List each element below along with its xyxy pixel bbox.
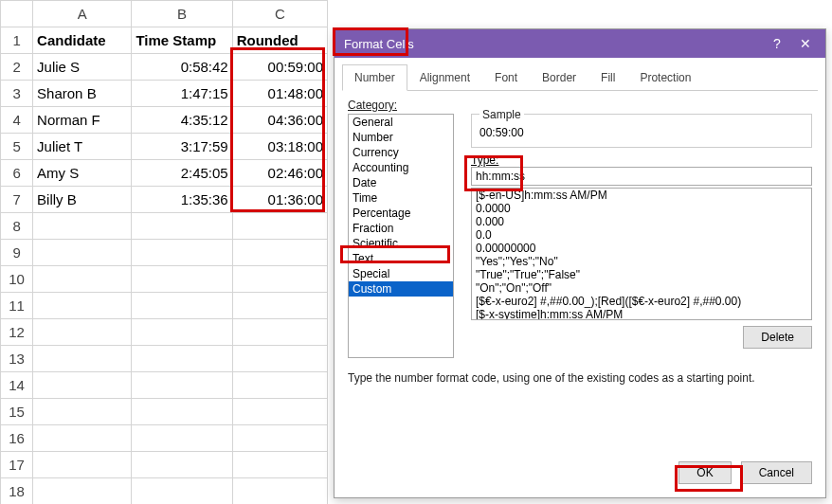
- category-fraction[interactable]: Fraction: [349, 221, 453, 236]
- cell-c2[interactable]: 00:59:00: [232, 54, 327, 81]
- category-text[interactable]: Text: [349, 251, 453, 266]
- cell-c3[interactable]: 01:48:00: [232, 81, 327, 107]
- category-number[interactable]: Number: [349, 130, 453, 145]
- category-label: Category:: [348, 99, 812, 112]
- cell-c6[interactable]: 02:46:00: [232, 160, 327, 187]
- row-header-5[interactable]: 5: [1, 134, 33, 160]
- spreadsheet-grid[interactable]: A B C 1 Candidate Time Stamp Rounded 2 J…: [0, 0, 328, 504]
- tab-fill[interactable]: Fill: [588, 64, 627, 91]
- cell-a4[interactable]: Norman F: [33, 107, 132, 134]
- format-item[interactable]: 0.000: [472, 215, 811, 228]
- tab-protection[interactable]: Protection: [627, 64, 703, 91]
- cancel-button[interactable]: Cancel: [741, 461, 812, 484]
- category-listbox[interactable]: General Number Currency Accounting Date …: [348, 114, 454, 358]
- dialog-title-bar[interactable]: Format Cells ? ✕: [335, 29, 825, 58]
- tab-strip: Number Alignment Font Border Fill Protec…: [342, 63, 818, 91]
- tab-number[interactable]: Number: [342, 64, 407, 91]
- cell-a2[interactable]: Julie S: [33, 54, 132, 81]
- help-icon[interactable]: ?: [763, 32, 791, 55]
- col-header-a[interactable]: A: [33, 1, 132, 27]
- cell-b5[interactable]: 3:17:59: [132, 134, 232, 160]
- select-all-corner[interactable]: [1, 1, 33, 27]
- row-header-14[interactable]: 14: [1, 372, 33, 399]
- row-header-3[interactable]: 3: [1, 81, 33, 107]
- cell-c5[interactable]: 03:18:00: [232, 134, 327, 160]
- cell-a3[interactable]: Sharon B: [33, 81, 132, 107]
- format-item[interactable]: [$€-x-euro2] #,##0.00_);[Red]([$€-x-euro…: [472, 295, 811, 308]
- row-header-15[interactable]: 15: [1, 399, 33, 425]
- format-item[interactable]: [$-en-US]h:mm:ss AM/PM: [472, 189, 811, 202]
- row-header-12[interactable]: 12: [1, 319, 33, 346]
- format-item[interactable]: "True";"True";"False": [472, 268, 811, 281]
- cell-b6[interactable]: 2:45:05: [132, 160, 232, 187]
- category-percentage[interactable]: Percentage: [349, 206, 453, 221]
- close-icon[interactable]: ✕: [791, 32, 820, 55]
- row-header-2[interactable]: 2: [1, 54, 33, 81]
- format-item[interactable]: "On";"On";"Off": [472, 281, 811, 295]
- row-header-18[interactable]: 18: [1, 478, 33, 505]
- col-header-c[interactable]: C: [232, 1, 327, 27]
- cell-c7[interactable]: 01:36:00: [232, 187, 327, 213]
- cell-c4[interactable]: 04:36:00: [232, 107, 327, 134]
- format-cells-dialog: Format Cells ? ✕ Number Alignment Font B…: [334, 28, 826, 498]
- type-input[interactable]: [471, 167, 812, 186]
- tab-alignment[interactable]: Alignment: [407, 64, 482, 91]
- row-header-1[interactable]: 1: [1, 27, 33, 54]
- format-item[interactable]: 0.00000000: [472, 242, 811, 255]
- ok-button[interactable]: OK: [678, 461, 731, 484]
- category-accounting[interactable]: Accounting: [349, 160, 453, 175]
- cell-b2[interactable]: 0:58:42: [132, 54, 232, 81]
- tab-font[interactable]: Font: [482, 64, 530, 91]
- cell-a5[interactable]: Juliet T: [33, 134, 132, 160]
- category-date[interactable]: Date: [349, 175, 453, 190]
- row-header-13[interactable]: 13: [1, 346, 33, 372]
- cell-b1[interactable]: Time Stamp: [132, 27, 232, 54]
- format-listbox[interactable]: [$-en-US]h:mm:ss AM/PM 0.0000 0.000 0.0 …: [471, 188, 812, 320]
- category-scientific[interactable]: Scientific: [349, 236, 453, 251]
- cell-b7[interactable]: 1:35:36: [132, 187, 232, 213]
- cell-a6[interactable]: Amy S: [33, 160, 132, 187]
- category-time[interactable]: Time: [349, 190, 453, 206]
- row-header-11[interactable]: 11: [1, 293, 33, 319]
- dialog-title: Format Cells: [344, 37, 763, 51]
- row-header-7[interactable]: 7: [1, 187, 33, 213]
- row-header-16[interactable]: 16: [1, 425, 33, 452]
- format-item[interactable]: "Yes";"Yes";"No": [472, 255, 811, 268]
- category-special[interactable]: Special: [349, 266, 453, 281]
- delete-button[interactable]: Delete: [743, 326, 812, 349]
- cell-a1[interactable]: Candidate: [33, 27, 132, 54]
- type-label: Type:: [471, 153, 498, 167]
- row-header-17[interactable]: 17: [1, 452, 33, 478]
- format-hint-text: Type the number format code, using one o…: [348, 371, 812, 385]
- col-header-b[interactable]: B: [132, 1, 232, 27]
- sample-value: 00:59:00: [479, 126, 804, 139]
- row-header-10[interactable]: 10: [1, 266, 33, 293]
- row-header-8[interactable]: 8: [1, 213, 33, 240]
- category-general[interactable]: General: [349, 115, 453, 130]
- cell-b4[interactable]: 4:35:12: [132, 107, 232, 134]
- tab-border[interactable]: Border: [530, 64, 588, 91]
- format-item[interactable]: 0.0000: [472, 202, 811, 215]
- row-header-6[interactable]: 6: [1, 160, 33, 187]
- category-custom[interactable]: Custom: [349, 281, 453, 297]
- format-item[interactable]: 0.0: [472, 228, 811, 242]
- cell-c1[interactable]: Rounded: [232, 27, 327, 54]
- row-header-4[interactable]: 4: [1, 107, 33, 134]
- row-header-9[interactable]: 9: [1, 240, 33, 266]
- cell-b3[interactable]: 1:47:15: [132, 81, 232, 107]
- format-item[interactable]: [$-x-systime]h:mm:ss AM/PM: [472, 308, 811, 320]
- cell-a7[interactable]: Billy B: [33, 187, 132, 213]
- category-currency[interactable]: Currency: [349, 145, 453, 160]
- sample-label: Sample: [479, 108, 524, 121]
